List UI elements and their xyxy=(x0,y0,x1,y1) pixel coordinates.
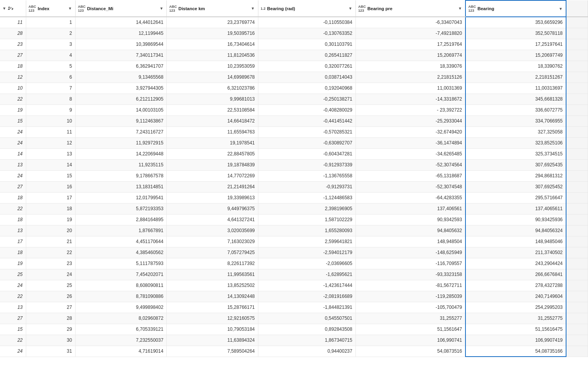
cell-rownum: 23 xyxy=(0,39,26,50)
cell-index: 8 xyxy=(26,94,75,105)
cell-rownum: 27 xyxy=(0,313,26,324)
cell-bearing-rad: -0,91293731 xyxy=(258,181,355,192)
cell-extra xyxy=(566,302,588,313)
filter-distance-mi-button[interactable]: ▼ xyxy=(159,5,164,11)
cell-index: 17 xyxy=(26,192,75,203)
cell-distance-km: 15,28766171 xyxy=(167,302,258,313)
table-row[interactable]: 22307,23255003711,638943241,867340715106… xyxy=(0,335,588,346)
cell-bearing-pre: -6,33407043 xyxy=(355,17,465,28)
table-row[interactable]: 271613,1831485121,21491264-0,91293731-52… xyxy=(0,181,588,192)
table-row[interactable]: 18192,8841648954,6413272411,58710222990,… xyxy=(0,214,588,225)
cell-rownum: 10 xyxy=(0,83,26,94)
cell-extra xyxy=(566,137,588,148)
cell-extra xyxy=(566,258,588,269)
type-icon-bearing-rad: 1.2 xyxy=(261,7,266,11)
table-row[interactable]: 28212,119944519,50395716-0,130763352-7,4… xyxy=(0,28,588,39)
table-row[interactable]: 24314,716190147,5895042640,9440023754,08… xyxy=(0,346,588,357)
table-row[interactable]: 1856,36294170710,239530590,32007726118,3… xyxy=(0,61,588,72)
table-row[interactable]: 241211,9297291519,1978541-0,630892707-36… xyxy=(0,137,588,148)
cell-bearing-pre: -148,625949 xyxy=(355,247,465,258)
table-row[interactable]: 19235,1117875938,226117392-2,03696605-11… xyxy=(0,258,588,269)
table-row[interactable]: 2747,34011734111,812045360,26541182715,2… xyxy=(0,50,588,61)
table-row[interactable]: 13279,49989840215,28766171-1,844821391-1… xyxy=(0,302,588,313)
table-row[interactable]: 24258,60809081113,85252502-1,423617444-8… xyxy=(0,280,588,291)
cell-bearing-pre: -81,5672711 xyxy=(355,280,465,291)
table-row[interactable]: 11114,4401264123,23769774-0,110550384-6,… xyxy=(0,17,588,28)
cell-bearing-rad: 0,192040968 xyxy=(258,83,355,94)
filter-index-button[interactable]: ▼ xyxy=(67,5,73,11)
table-row[interactable]: 181712,0179954119,33989613-1,124486583-6… xyxy=(0,192,588,203)
table-row[interactable]: 19914,0010310522,53108584-0,408280029- 2… xyxy=(0,105,588,115)
cell-distance-mi: 12,01799541 xyxy=(75,192,166,203)
cell-distance-km: 6,321023786 xyxy=(167,83,258,94)
table-row[interactable]: 24159,17866757814,77072269-1,136765558-6… xyxy=(0,170,588,181)
cell-index: 20 xyxy=(26,225,75,236)
cell-bearing: 352,5078118 xyxy=(465,28,566,39)
type-icon-distance-mi: ABC123 xyxy=(78,5,86,13)
cell-rownum: 24 xyxy=(0,126,26,137)
table-row[interactable]: 24117,24311672711,65594763-0,570285321-3… xyxy=(0,126,588,137)
cell-bearing-rad: -1,136765558 xyxy=(258,170,355,181)
th-index: ABC123 Index ▼ xyxy=(26,0,75,17)
cell-extra xyxy=(566,159,588,170)
table-row[interactable]: 15109,11246386714,66418472-0,441451442-2… xyxy=(0,115,588,126)
cell-index: 31 xyxy=(26,346,75,357)
table-row[interactable]: 18224,3854605627,057279425-2,594012179-1… xyxy=(0,247,588,258)
cell-bearing-pre: 15,2069774 xyxy=(355,50,465,61)
cell-distance-mi: 5,111787593 xyxy=(75,258,166,269)
cell-bearing-rad: -0,408280029 xyxy=(258,105,355,115)
cell-bearing-pre: -93,3323158 xyxy=(355,269,465,280)
cell-bearing-pre: 51,1561647 xyxy=(355,324,465,335)
table-row[interactable]: 22185,8721933539,4497963752,398196905137… xyxy=(0,203,588,214)
cell-bearing-rad: -0,630892707 xyxy=(258,137,355,148)
table-row[interactable]: 27288,0296087212,921605750,54550750131,2… xyxy=(0,313,588,324)
filter-bearing-button[interactable]: ▼ xyxy=(558,6,563,12)
cell-bearing-pre: -64,4283355 xyxy=(355,192,465,203)
cell-distance-mi: 14,44012641 xyxy=(75,17,166,28)
table-row[interactable]: 1269,1346556814,699896780,0387140432,218… xyxy=(0,72,588,83)
filter-bearing-pre-button[interactable]: ▼ xyxy=(457,5,463,11)
cell-distance-mi: 7,340117341 xyxy=(75,50,166,61)
cell-bearing-rad: -0,604347281 xyxy=(258,148,355,159)
filter-distance-km-button[interactable]: ▼ xyxy=(250,5,256,11)
cell-distance-mi: 6,362941707 xyxy=(75,61,166,72)
cell-bearing-pre: 137,406561 xyxy=(355,203,465,214)
cell-bearing-pre: 148,948504 xyxy=(355,236,465,247)
cell-rownum: 13 xyxy=(0,159,26,170)
cell-index: 2 xyxy=(26,28,75,39)
table-row[interactable]: 2286,2121129059,99681013-0,250138271-14,… xyxy=(0,94,588,105)
cell-bearing: 345,6681328 xyxy=(465,94,566,105)
cell-distance-mi: 14,00103105 xyxy=(75,105,166,115)
cell-rownum: 19 xyxy=(0,258,26,269)
th-extra xyxy=(566,0,588,17)
table-row[interactable]: 141314,2206944822,88457805-0,604347281-3… xyxy=(0,148,588,159)
filter-bearing-rad-button[interactable]: ▼ xyxy=(348,5,353,11)
cell-index: 12 xyxy=(26,137,75,148)
cell-rownum: 17 xyxy=(0,236,26,247)
cell-distance-mi: 13,18314851 xyxy=(75,181,166,192)
cell-distance-mi: 4,451170644 xyxy=(75,236,166,247)
table-row[interactable]: 13201,876678913,0200356991,65528009394,8… xyxy=(0,225,588,236)
cell-index: 7 xyxy=(26,83,75,94)
cell-index: 9 xyxy=(26,105,75,115)
cell-index: 3 xyxy=(26,39,75,50)
cell-rownum: 24 xyxy=(0,137,26,148)
table-row[interactable]: 15296,70533912110,790531840,89284350851,… xyxy=(0,324,588,335)
type-icon-bearing: ABC123 xyxy=(468,5,476,13)
type-icon-distance-km: ABC123 xyxy=(169,5,177,13)
type-icon-index: ABC123 xyxy=(29,5,36,13)
th-index-label: Index xyxy=(38,6,49,11)
table-row[interactable]: 25247,45420207111,99563561-1,62895621-93… xyxy=(0,269,588,280)
cell-bearing-pre: -25,2933044 xyxy=(355,115,465,126)
cell-bearing-rad: 0,038714043 xyxy=(258,72,355,83)
cell-bearing-rad: -1,844821391 xyxy=(258,302,355,313)
table-row[interactable]: 17214,4511706447,1630230292,599641821148… xyxy=(0,236,588,247)
table-row[interactable]: 23310,3986954416,734046140,30110379117,2… xyxy=(0,39,588,50)
cell-distance-mi: 6,212112905 xyxy=(75,94,166,105)
table-row[interactable]: 1073,9279443056,3210237860,19204096811,0… xyxy=(0,83,588,94)
cell-distance-km: 13,85252502 xyxy=(167,280,258,291)
cell-distance-km: 21,21491264 xyxy=(167,181,258,192)
table-row[interactable]: 131411,923511519,18784839-0,912937339-52… xyxy=(0,159,588,170)
table-row[interactable]: 22268,78109088614,13092448-2,081916689-1… xyxy=(0,291,588,302)
cell-bearing: 15,20697749 xyxy=(465,50,566,61)
